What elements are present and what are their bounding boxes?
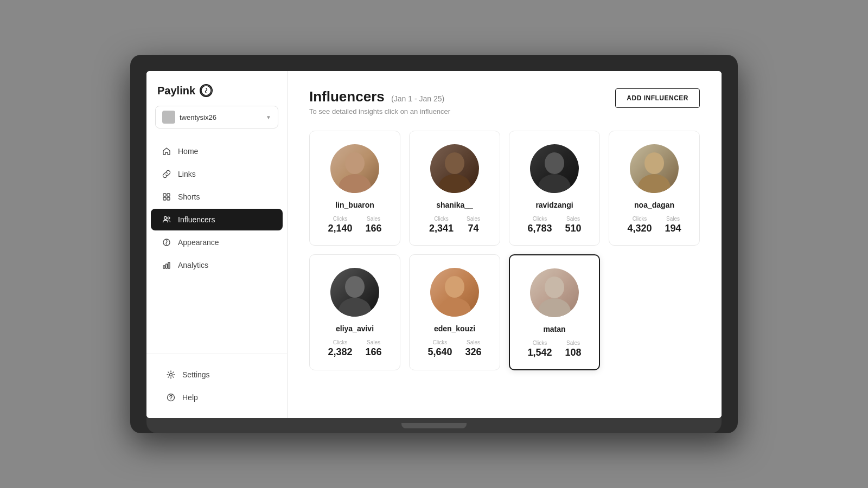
clicks-value-eden_kouzi: 5,640 — [427, 346, 452, 358]
sales-value-eden_kouzi: 326 — [465, 346, 482, 358]
svg-point-6 — [168, 217, 170, 219]
clicks-stat-matan: Clicks 1,542 — [527, 340, 552, 358]
avatar-lin_buaron — [330, 144, 379, 193]
avatar-ravidzangi — [530, 144, 579, 193]
appearance-icon — [162, 237, 171, 247]
stats-row-ravidzangi: Clicks 6,783 Sales 510 — [527, 216, 581, 234]
sales-label-ravidzangi: Sales — [566, 216, 580, 222]
sidebar-bottom: Settings Help — [146, 354, 287, 418]
clicks-value-lin_buaron: 2,140 — [328, 223, 352, 234]
logo-area: Paylink — [146, 71, 287, 106]
influencer-name-matan: matan — [543, 325, 565, 333]
avatar-shanika__ — [430, 144, 479, 193]
svg-point-27 — [538, 298, 571, 317]
sidebar-item-settings[interactable]: Settings — [155, 364, 278, 386]
svg-rect-4 — [167, 197, 170, 200]
clicks-label-noa_dagan: Clicks — [633, 216, 647, 222]
clicks-label-shanika__: Clicks — [434, 216, 449, 222]
influencer-name-noa_dagan: noa_dagan — [634, 201, 674, 209]
clicks-label-ravidzangi: Clicks — [533, 216, 547, 222]
sales-label-noa_dagan: Sales — [666, 216, 680, 222]
sales-stat-lin_buaron: Sales 166 — [366, 216, 382, 234]
sidebar-item-links[interactable]: Links — [151, 163, 283, 185]
sales-value-matan: 108 — [565, 347, 582, 358]
svg-point-24 — [445, 276, 464, 298]
clicks-stat-lin_buaron: Clicks 2,140 — [328, 216, 352, 234]
page-title-block: Influencers (Jan 1 - Jan 25) To see deta… — [309, 88, 450, 115]
influencer-card-eden_kouzi[interactable]: eden_kouzi Clicks 5,640 Sales 326 — [409, 254, 500, 370]
logo-icon — [200, 84, 213, 97]
clicks-value-eliya_avivi: 2,382 — [328, 346, 352, 358]
sales-stat-ravidzangi: Sales 510 — [565, 216, 582, 234]
clicks-stat-ravidzangi: Clicks 6,783 — [527, 216, 552, 234]
clicks-value-noa_dagan: 4,320 — [627, 223, 652, 234]
sidebar-item-home[interactable]: Home — [151, 140, 283, 162]
sidebar-item-influencers[interactable]: Influencers — [151, 209, 283, 230]
sales-value-lin_buaron: 166 — [366, 223, 382, 234]
sidebar-item-shorts[interactable]: Shorts — [151, 186, 283, 208]
sidebar-label-links: Links — [178, 170, 196, 178]
sidebar-label-appearance: Appearance — [178, 238, 219, 247]
clicks-label-eden_kouzi: Clicks — [433, 339, 448, 345]
sidebar-label-analytics: Analytics — [178, 261, 208, 269]
sales-label-eliya_avivi: Sales — [367, 339, 380, 345]
sales-value-shanika__: 74 — [468, 223, 479, 234]
sidebar-label-shorts: Shorts — [178, 192, 200, 201]
sidebar-label-help: Help — [182, 393, 198, 402]
clicks-stat-eliya_avivi: Clicks 2,382 — [328, 339, 352, 358]
svg-rect-3 — [163, 197, 166, 200]
influencer-card-lin_buaron[interactable]: lin_buaron Clicks 2,140 Sales 166 — [309, 131, 400, 246]
account-selector[interactable]: twentysix26 ▼ — [155, 106, 278, 129]
svg-point-15 — [339, 174, 371, 193]
svg-point-21 — [638, 174, 671, 193]
date-range: (Jan 1 - Jan 25) — [391, 94, 444, 103]
influencer-card-noa_dagan[interactable]: noa_dagan Clicks 4,320 Sales 194 — [609, 131, 700, 246]
influencer-name-ravidzangi: ravidzangi — [535, 201, 573, 209]
settings-icon — [166, 370, 176, 380]
nav-menu: Home Links — [146, 137, 287, 354]
influencer-name-eden_kouzi: eden_kouzi — [434, 324, 475, 333]
page-title: Influencers — [309, 88, 385, 105]
page-subtitle: To see detailed insights click on an inf… — [309, 107, 450, 115]
svg-point-25 — [438, 298, 471, 317]
avatar-noa_dagan — [630, 144, 679, 193]
account-avatar — [162, 111, 175, 124]
shorts-icon — [162, 192, 171, 202]
svg-point-17 — [438, 174, 471, 193]
svg-point-11 — [170, 374, 173, 376]
avatar-eden_kouzi — [430, 268, 479, 317]
influencer-card-ravidzangi[interactable]: ravidzangi Clicks 6,783 Sales 510 — [509, 131, 600, 246]
svg-point-22 — [345, 276, 365, 298]
home-icon — [162, 146, 171, 156]
svg-point-26 — [545, 277, 564, 298]
sales-stat-matan: Sales 108 — [565, 340, 582, 358]
clicks-stat-eden_kouzi: Clicks 5,640 — [427, 339, 452, 358]
influencers-icon — [162, 215, 171, 224]
influencer-card-matan[interactable]: matan Clicks 1,542 Sales 108 — [509, 254, 600, 370]
svg-point-5 — [164, 217, 167, 220]
sidebar-item-analytics[interactable]: Analytics — [151, 254, 283, 276]
dropdown-arrow-icon: ▼ — [266, 114, 271, 120]
svg-point-16 — [445, 152, 464, 174]
sidebar-item-help[interactable]: Help — [155, 387, 278, 408]
account-name: twentysix26 — [180, 113, 261, 121]
clicks-label-eliya_avivi: Clicks — [333, 339, 348, 345]
sales-label-lin_buaron: Sales — [367, 216, 380, 222]
sidebar-label-home: Home — [178, 147, 198, 156]
stats-row-matan: Clicks 1,542 Sales 108 — [527, 340, 581, 358]
help-icon — [166, 393, 176, 402]
avatar-matan — [530, 268, 579, 317]
stats-row-eliya_avivi: Clicks 2,382 Sales 166 — [328, 339, 381, 358]
svg-rect-1 — [163, 194, 166, 196]
influencer-card-eliya_avivi[interactable]: eliya_avivi Clicks 2,382 Sales 166 — [309, 254, 400, 370]
svg-point-13 — [170, 399, 171, 400]
clicks-label-lin_buaron: Clicks — [333, 216, 348, 222]
influencer-name-lin_buaron: lin_buaron — [335, 201, 374, 209]
sidebar-item-appearance[interactable]: Appearance — [151, 232, 283, 253]
influencer-card-shanika__[interactable]: shanika__ Clicks 2,341 Sales 74 — [409, 131, 500, 246]
app-name: Paylink — [157, 85, 195, 97]
sales-stat-shanika__: Sales 74 — [467, 216, 480, 234]
add-influencer-button[interactable]: ADD INFLUENCER — [615, 88, 700, 108]
influencer-name-eliya_avivi: eliya_avivi — [336, 324, 374, 333]
sidebar-label-influencers: Influencers — [178, 215, 215, 224]
